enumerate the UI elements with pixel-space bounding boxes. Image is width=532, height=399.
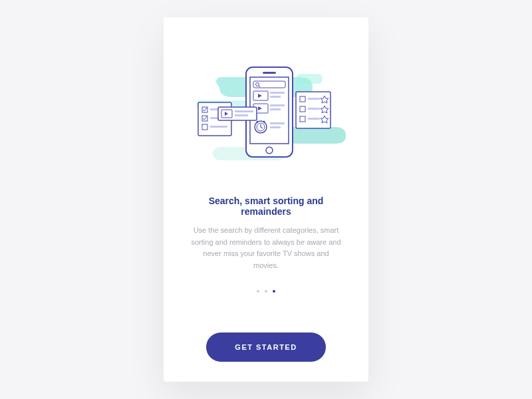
svg-point-21 [257, 121, 259, 123]
onboarding-card: Search, smart sorting and remainders Use… [164, 17, 368, 382]
svg-rect-41 [308, 108, 320, 110]
svg-rect-11 [270, 92, 285, 94]
svg-rect-16 [270, 108, 281, 110]
svg-point-22 [263, 121, 265, 123]
onboarding-title: Search, smart sorting and remainders [190, 196, 342, 217]
page-dot-1[interactable] [257, 290, 259, 293]
onboarding-content: Search, smart sorting and remainders Use… [184, 196, 348, 271]
svg-rect-31 [210, 126, 227, 128]
page-dot-3[interactable] [273, 290, 275, 293]
svg-rect-6 [253, 81, 285, 88]
hero-illustration [180, 51, 352, 177]
get-started-button[interactable]: GET STARTED [206, 332, 326, 362]
svg-rect-43 [308, 118, 320, 120]
svg-rect-32 [218, 107, 257, 120]
svg-rect-35 [235, 110, 253, 112]
svg-rect-23 [270, 122, 285, 124]
svg-rect-5 [263, 72, 276, 74]
onboarding-description: Use the search by different categories, … [190, 225, 342, 271]
svg-rect-1 [296, 74, 323, 84]
svg-rect-36 [235, 114, 248, 116]
svg-rect-24 [270, 126, 281, 128]
svg-rect-39 [308, 98, 320, 100]
svg-rect-12 [270, 96, 281, 98]
page-indicator [257, 290, 275, 293]
svg-rect-15 [270, 104, 285, 106]
page-dot-2[interactable] [265, 290, 267, 293]
